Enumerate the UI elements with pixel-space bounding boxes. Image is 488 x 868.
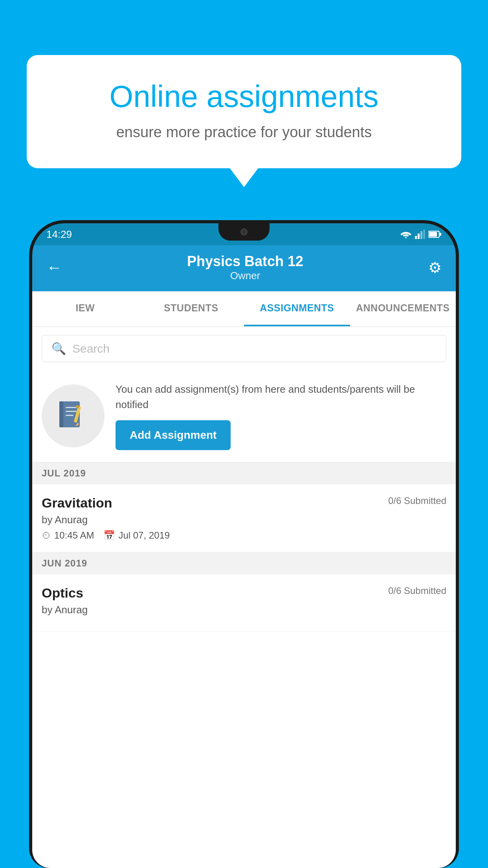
prompt-text: You can add assignment(s) from here and …: [116, 382, 446, 412]
phone-notch: [218, 223, 270, 241]
assignment-meta: ⏲ 10:45 AM 📅 Jul 07, 2019: [42, 530, 446, 541]
svg-rect-9: [66, 407, 77, 408]
assignment-prompt: You can add assignment(s) from here and …: [32, 370, 456, 462]
status-time: 14:29: [46, 228, 72, 241]
search-icon: 🔍: [51, 342, 66, 355]
assignment-submitted: 0/6 Submitted: [388, 495, 446, 506]
search-input[interactable]: Search: [72, 342, 110, 355]
assignment-item-optics[interactable]: Optics 0/6 Submitted by Anurag: [32, 574, 456, 631]
status-bar: 14:29: [32, 223, 456, 245]
svg-rect-8: [59, 401, 63, 427]
search-input-container[interactable]: 🔍 Search: [42, 335, 446, 362]
search-bar: 🔍 Search: [32, 327, 456, 370]
speech-bubble-container: Online assignments ensure more practice …: [27, 55, 461, 187]
speech-bubble: Online assignments ensure more practice …: [27, 55, 461, 168]
svg-rect-3: [423, 230, 425, 239]
add-assignment-button[interactable]: Add Assignment: [116, 420, 231, 450]
phone-inner: 14:29: [32, 223, 456, 868]
assignment-name: Gravitation: [42, 495, 112, 511]
camera-dot: [240, 228, 248, 235]
assignment-time-value: 10:45 AM: [54, 530, 94, 541]
tab-assignments[interactable]: ASSIGNMENTS: [244, 291, 350, 326]
month-separator-jun: JUN 2019: [32, 552, 456, 574]
tab-students[interactable]: STUDENTS: [138, 291, 244, 326]
bubble-title: Online assignments: [54, 79, 434, 114]
calendar-icon: 📅: [103, 530, 115, 541]
svg-rect-10: [66, 411, 77, 412]
app-content: 🔍 Search: [32, 327, 456, 868]
clock-icon: ⏲: [42, 530, 51, 541]
assignment-item-top-optics: Optics 0/6 Submitted: [42, 585, 446, 601]
header-title-block: Physics Batch 12 Owner: [62, 253, 428, 282]
assignment-by-optics: by Anurag: [42, 604, 446, 616]
tabs-bar: IEW STUDENTS ASSIGNMENTS ANNOUNCEMENTS: [32, 291, 456, 327]
status-icons: [400, 230, 442, 239]
phone-mockup: 14:29: [29, 220, 459, 868]
back-button[interactable]: ←: [46, 259, 62, 276]
svg-rect-11: [66, 415, 73, 416]
app-header: ← Physics Batch 12 Owner ⚙: [32, 245, 456, 291]
assignment-time: ⏲ 10:45 AM: [42, 530, 94, 541]
speech-bubble-arrow: [230, 168, 258, 187]
signal-icon: [415, 230, 425, 239]
svg-rect-0: [415, 236, 417, 239]
tab-announcements[interactable]: ANNOUNCEMENTS: [350, 291, 456, 326]
assignment-date: 📅 Jul 07, 2019: [103, 530, 170, 541]
svg-rect-2: [420, 231, 422, 239]
settings-icon[interactable]: ⚙: [428, 259, 442, 276]
month-separator-jul: JUL 2019: [32, 462, 456, 484]
header-subtitle: Owner: [62, 270, 428, 282]
bubble-subtitle: ensure more practice for your students: [54, 124, 434, 141]
assignment-submitted-optics: 0/6 Submitted: [388, 585, 446, 596]
svg-rect-6: [440, 233, 441, 236]
header-title: Physics Batch 12: [62, 253, 428, 270]
assignment-by: by Anurag: [42, 514, 446, 526]
svg-rect-5: [429, 232, 437, 237]
prompt-right: You can add assignment(s) from here and …: [116, 382, 446, 450]
assignment-item-gravitation[interactable]: Gravitation 0/6 Submitted by Anurag ⏲ 10…: [32, 484, 456, 552]
notebook-icon: [55, 398, 91, 434]
battery-icon: [428, 230, 442, 238]
svg-rect-1: [418, 234, 420, 239]
assignment-date-value: Jul 07, 2019: [118, 530, 170, 541]
assignment-item-top: Gravitation 0/6 Submitted: [42, 495, 446, 511]
wifi-icon: [400, 230, 412, 239]
tab-iew[interactable]: IEW: [32, 291, 138, 326]
assignment-name-optics: Optics: [42, 585, 83, 601]
notebook-icon-circle: [42, 384, 105, 447]
